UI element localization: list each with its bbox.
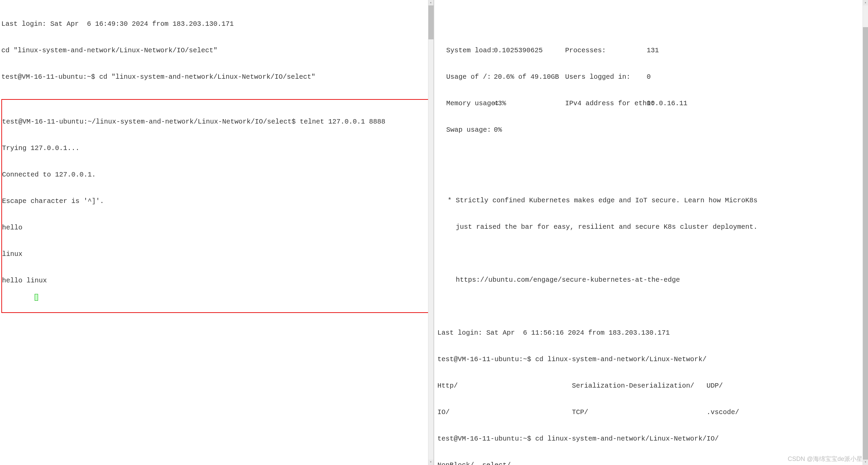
sysinfo-row: Memory usage:43%IPv4 address for eth0:10… bbox=[446, 99, 867, 108]
scrollbar-thumb[interactable] bbox=[863, 27, 868, 460]
terminal-line: Escape character is '^]'. bbox=[2, 197, 431, 206]
terminal-line: Last login: Sat Apr 6 16:49:30 2024 from… bbox=[1, 20, 432, 29]
sysinfo-row: System load:0.1025390625Processes:131 bbox=[446, 46, 867, 55]
scroll-up-icon[interactable]: ▴ bbox=[863, 0, 868, 5]
left-highlight-box: test@VM-16-11-ubuntu:~/linux-system-and-… bbox=[1, 99, 432, 313]
terminal-line: hello linux bbox=[2, 276, 431, 285]
cursor-icon bbox=[35, 294, 38, 301]
split-container: Last login: Sat Apr 6 16:49:30 2024 from… bbox=[0, 0, 868, 465]
scrollbar-thumb[interactable] bbox=[428, 5, 433, 39]
terminal-line: test@VM-16-11-ubuntu:~$ cd "linux-system… bbox=[1, 73, 432, 81]
terminal-line: Connected to 127.0.0.1. bbox=[2, 170, 431, 179]
terminal-line: test@VM-16-11-ubuntu:~$ cd linux-system-… bbox=[438, 355, 867, 364]
left-terminal-pane[interactable]: Last login: Sat Apr 6 16:49:30 2024 from… bbox=[0, 0, 434, 465]
scroll-down-icon[interactable]: ▾ bbox=[863, 460, 868, 465]
terminal-line: test@VM-16-11-ubuntu:~/linux-system-and-… bbox=[2, 117, 431, 126]
terminal-line: Last login: Sat Apr 6 11:56:16 2024 from… bbox=[438, 329, 867, 337]
terminal-line: IO/ TCP/ .vscode/ bbox=[438, 408, 867, 417]
motd-line: * Strictly confined Kubernetes makes edg… bbox=[438, 196, 867, 205]
motd-line: just raised the bar for easy, resilient … bbox=[438, 223, 867, 231]
sysinfo-row: Usage of /:20.6% of 49.10GBUsers logged … bbox=[446, 73, 867, 81]
scroll-up-icon[interactable]: ▴ bbox=[428, 0, 433, 5]
motd-line: https://ubuntu.com/engage/secure-kuberne… bbox=[438, 276, 867, 284]
right-scrollbar[interactable]: ▴ ▾ bbox=[863, 0, 868, 465]
terminal-line: cd "linux-system-and-network/Linux-Netwo… bbox=[1, 46, 432, 55]
watermark-text: CSDN @海绵宝宝de派小星 bbox=[788, 455, 863, 463]
sysinfo-row: Swap usage:0% bbox=[446, 126, 867, 134]
right-terminal-content: System load:0.1025390625Processes:131 Us… bbox=[434, 0, 868, 465]
left-terminal-content: Last login: Sat Apr 6 16:49:30 2024 from… bbox=[0, 0, 433, 332]
terminal-line: linux bbox=[2, 250, 431, 259]
right-terminal-pane[interactable]: System load:0.1025390625Processes:131 Us… bbox=[434, 0, 868, 465]
scroll-down-icon[interactable]: ▾ bbox=[428, 460, 433, 465]
terminal-line: hello bbox=[2, 223, 431, 232]
terminal-line: test@VM-16-11-ubuntu:~$ cd linux-system-… bbox=[438, 434, 867, 443]
terminal-line: Trying 127.0.0.1... bbox=[2, 144, 431, 153]
terminal-line: Http/ Serialization-Deserialization/ UDP… bbox=[438, 382, 867, 390]
left-scrollbar[interactable]: ▴ ▾ bbox=[428, 0, 433, 465]
